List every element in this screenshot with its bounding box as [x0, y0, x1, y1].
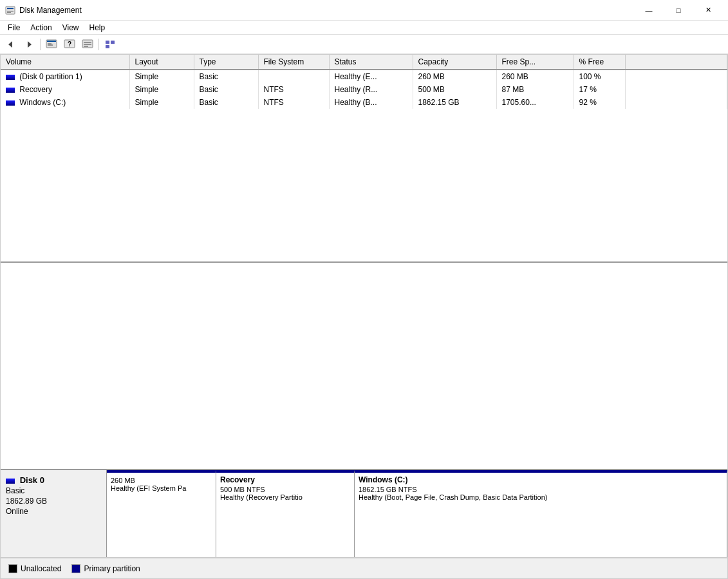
svg-rect-17: [106, 41, 109, 44]
cell-filesystem: NTFS: [258, 96, 329, 109]
legend-bar: Unallocated Primary partition: [1, 558, 727, 578]
legend-unallocated: Unallocated: [8, 564, 61, 573]
cell-type: Basic: [194, 70, 258, 83]
svg-marker-5: [8, 41, 12, 48]
cell-volume: (Disk 0 partition 1): [1, 70, 129, 83]
volume-table-area: Volume Layout Type File System Status Ca…: [1, 55, 727, 263]
legend-unallocated-label: Unallocated: [21, 564, 61, 573]
volume-icon: [6, 100, 15, 106]
cell-freespace: 260 MB: [496, 70, 574, 83]
svg-rect-1: [7, 8, 14, 9]
disk-icon: [6, 479, 15, 484]
svg-rect-8: [47, 41, 56, 42]
main-content: Volume Layout Type File System Status Ca…: [0, 54, 728, 579]
menu-bar: File Action View Help: [0, 21, 728, 35]
disk-label: Disk 0 Basic 1862.89 GB Online: [1, 470, 107, 557]
disk-visualization-area: Disk 0 Basic 1862.89 GB Online 260 MB He…: [1, 469, 727, 578]
disk-row: Disk 0 Basic 1862.89 GB Online 260 MB He…: [1, 470, 727, 558]
col-layout: Layout: [129, 55, 194, 70]
disk-name: Disk 0: [6, 475, 101, 485]
svg-text:?: ?: [68, 41, 71, 48]
partition-recovery[interactable]: Recovery 500 MB NTFS Healthy (Recovery P…: [216, 470, 355, 557]
toolbar-separator-2: [98, 39, 99, 50]
app-icon: [5, 5, 15, 15]
col-extra: [625, 55, 727, 70]
toolbar-separator-1: [40, 39, 41, 50]
window-controls: — □ ✕: [634, 0, 723, 21]
partition-efi-status: Healthy (EFI System Pa: [111, 484, 212, 492]
disk-type: Basic: [6, 486, 101, 495]
menu-view[interactable]: View: [57, 22, 84, 33]
legend-unallocated-box: [8, 564, 17, 573]
cell-volume: Windows (C:): [1, 96, 129, 109]
partition-recovery-name: Recovery: [220, 475, 350, 484]
partition-recovery-status: Healthy (Recovery Partitio: [220, 493, 350, 501]
disk-partitions: 260 MB Healthy (EFI System Pa Recovery 5…: [107, 470, 727, 557]
svg-rect-2: [7, 10, 14, 10]
legend-primary-box: [71, 564, 80, 573]
volume-icon: [6, 75, 15, 80]
menu-file[interactable]: File: [3, 22, 25, 33]
partition-efi[interactable]: 260 MB Healthy (EFI System Pa: [107, 470, 216, 557]
back-button[interactable]: [3, 37, 19, 52]
partition-windows-status: Healthy (Boot, Page File, Crash Dump, Ba…: [359, 493, 723, 501]
col-type: Type: [194, 55, 258, 70]
cell-freespace: 1705.60...: [496, 96, 574, 109]
disk-status: Online: [6, 507, 101, 516]
cell-capacity: 500 MB: [413, 83, 496, 96]
table-row[interactable]: Recovery Simple Basic NTFS Healthy (R...…: [1, 83, 727, 96]
svg-marker-6: [28, 41, 32, 48]
table-row[interactable]: Windows (C:) Simple Basic NTFS Healthy (…: [1, 96, 727, 109]
minimize-button[interactable]: —: [634, 0, 664, 21]
table-header-row: Volume Layout Type File System Status Ca…: [1, 55, 727, 70]
cell-status: Healthy (E...: [329, 70, 413, 83]
cell-layout: Simple: [129, 83, 194, 96]
close-button[interactable]: ✕: [693, 0, 723, 21]
help-button[interactable]: ?: [61, 37, 78, 52]
table-row[interactable]: (Disk 0 partition 1) Simple Basic Health…: [1, 70, 727, 83]
cell-capacity: 260 MB: [413, 70, 496, 83]
cell-filesystem: [258, 70, 329, 83]
svg-rect-3: [7, 11, 14, 12]
svg-rect-18: [111, 41, 115, 44]
menu-help[interactable]: Help: [84, 22, 111, 33]
cell-type: Basic: [194, 96, 258, 109]
partition-windows-size: 1862.15 GB NTFS: [359, 486, 723, 493]
col-capacity: Capacity: [413, 55, 496, 70]
volume-table: Volume Layout Type File System Status Ca…: [1, 55, 727, 109]
svg-rect-19: [106, 45, 109, 48]
cell-layout: Simple: [129, 70, 194, 83]
volume-icon: [6, 88, 15, 93]
content-spacer: [1, 263, 727, 470]
col-filesystem: File System: [258, 55, 329, 70]
cell-filesystem: NTFS: [258, 83, 329, 96]
partition-windows[interactable]: Windows (C:) 1862.15 GB NTFS Healthy (Bo…: [355, 470, 727, 557]
legend-primary: Primary partition: [71, 564, 140, 573]
cell-volume: Recovery: [1, 83, 129, 96]
col-percentfree: % Free: [574, 55, 625, 70]
cell-percentfree: 92 %: [574, 96, 625, 109]
cell-layout: Simple: [129, 96, 194, 109]
svg-rect-4: [7, 12, 11, 13]
col-status: Status: [329, 55, 413, 70]
partition-efi-size: 260 MB: [111, 477, 212, 484]
title-bar: Disk Management — □ ✕: [0, 0, 728, 21]
col-volume: Volume: [1, 55, 129, 70]
disk-size: 1862.89 GB: [6, 497, 101, 506]
details-button[interactable]: [79, 37, 96, 52]
forward-button[interactable]: [21, 37, 37, 52]
maximize-button[interactable]: □: [664, 0, 693, 21]
menu-action[interactable]: Action: [25, 22, 57, 33]
col-freespace: Free Sp...: [496, 55, 574, 70]
cell-percentfree: 17 %: [574, 83, 625, 96]
cell-type: Basic: [194, 83, 258, 96]
partition-windows-name: Windows (C:): [359, 475, 723, 484]
cell-freespace: 87 MB: [496, 83, 574, 96]
window-title: Disk Management: [19, 6, 634, 15]
console-button[interactable]: [43, 37, 60, 52]
cell-percentfree: 100 %: [574, 70, 625, 83]
cell-capacity: 1862.15 GB: [413, 96, 496, 109]
cell-status: Healthy (B...: [329, 96, 413, 109]
legend-primary-label: Primary partition: [84, 564, 140, 573]
properties-button[interactable]: [102, 37, 118, 52]
